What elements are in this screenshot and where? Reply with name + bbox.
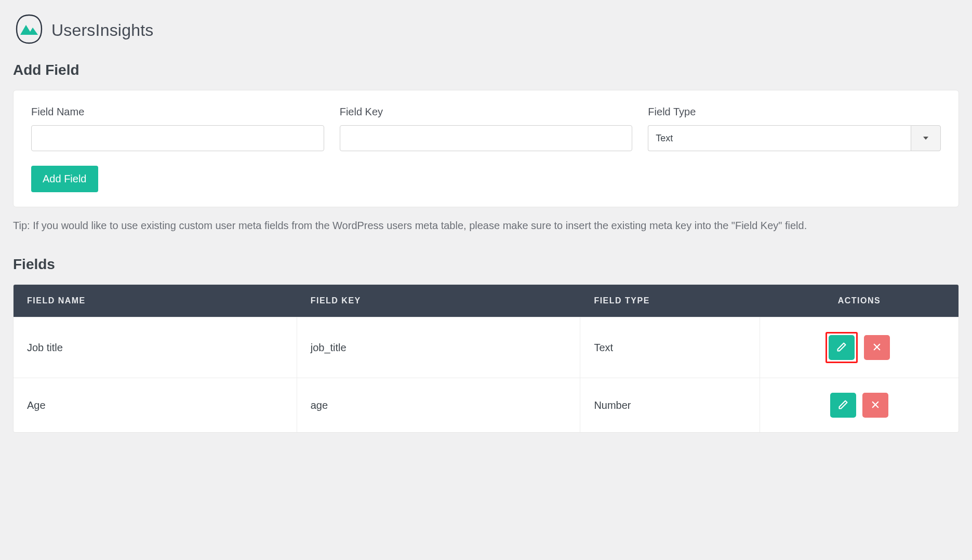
cell-field-name: Age: [14, 378, 297, 432]
edit-button[interactable]: [829, 335, 855, 360]
cell-field-name: Job title: [14, 317, 297, 378]
pencil-icon: [838, 399, 848, 411]
field-type-select[interactable]: Text: [648, 125, 941, 151]
th-actions: ACTIONS: [760, 285, 958, 317]
cell-field-type: Number: [580, 378, 760, 432]
cell-actions: [760, 317, 958, 378]
cell-actions: [760, 378, 958, 432]
brand-name: UsersInsights: [51, 21, 153, 40]
add-field-button[interactable]: Add Field: [31, 166, 98, 192]
fields-table: FIELD NAME FIELD KEY FIELD TYPE ACTIONS …: [13, 284, 959, 433]
close-icon: [872, 342, 882, 353]
fields-heading: Fields: [13, 256, 959, 273]
add-field-panel: Field Name Field Key Field Type Text Add…: [13, 90, 959, 207]
field-type-selected[interactable]: Text: [648, 125, 911, 151]
cell-field-type: Text: [580, 317, 760, 378]
table-row: Job titlejob_titleText: [14, 317, 958, 378]
cell-field-key: age: [297, 378, 581, 432]
th-field-name: FIELD NAME: [14, 285, 297, 317]
edit-button[interactable]: [830, 393, 856, 418]
cell-field-key: job_title: [297, 317, 581, 378]
close-icon: [871, 400, 880, 411]
header-logo: UsersInsights: [13, 13, 959, 47]
field-type-dropdown-button[interactable]: [911, 125, 941, 151]
highlight-annotation: [825, 332, 858, 363]
th-field-key: FIELD KEY: [297, 285, 581, 317]
field-name-input[interactable]: [31, 125, 324, 151]
field-name-label: Field Name: [31, 106, 324, 118]
tip-text: Tip: If you would like to use existing c…: [13, 218, 959, 233]
pencil-icon: [836, 342, 847, 354]
mountain-icon: [13, 13, 45, 47]
delete-button[interactable]: [864, 335, 890, 360]
th-field-type: FIELD TYPE: [580, 285, 760, 317]
field-type-label: Field Type: [648, 106, 941, 118]
chevron-down-icon: [923, 137, 928, 140]
delete-button[interactable]: [862, 393, 888, 418]
field-key-label: Field Key: [340, 106, 633, 118]
field-key-input[interactable]: [340, 125, 633, 151]
table-row: AgeageNumber: [14, 378, 958, 432]
add-field-heading: Add Field: [13, 62, 959, 78]
